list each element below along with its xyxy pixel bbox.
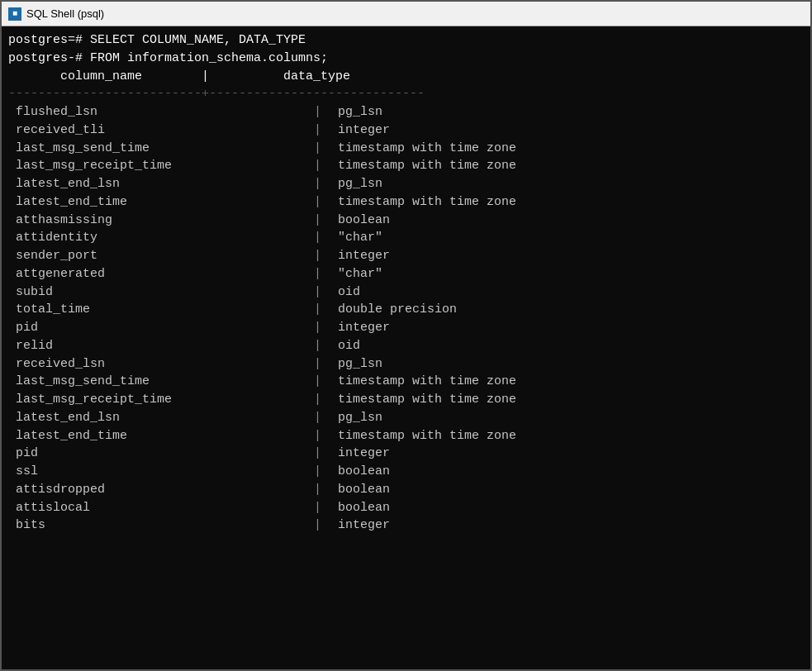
column-separator: | [314, 337, 330, 355]
table-row: received_tli | integer [8, 121, 804, 140]
column-name-cell: last_msg_receipt_time [8, 157, 314, 175]
table-row: received_lsn | pg_lsn [8, 355, 804, 374]
data-type-cell: integer [330, 121, 390, 140]
column-name-cell: total_time [8, 301, 314, 319]
table-row: last_msg_send_time | timestamp with time… [8, 140, 804, 158]
app-icon: ■ [8, 7, 21, 21]
command-line-1: postgres=# SELECT COLUMN_NAME, DATA_TYPE [8, 31, 804, 50]
column-name-cell: flushed_lsn [8, 103, 314, 121]
data-type-cell: pg_lsn [330, 175, 382, 193]
column-name-cell: latest_end_lsn [8, 409, 314, 427]
table-row: attisdropped | boolean [8, 481, 804, 499]
column-separator: | [314, 373, 330, 391]
table-row: last_msg_receipt_time | timestamp with t… [8, 157, 804, 175]
table-row: last_msg_receipt_time | timestamp with t… [8, 391, 804, 409]
column-separator: | [314, 391, 330, 409]
column-name-cell: last_msg_send_time [8, 373, 314, 391]
column-name-cell: attisdropped [8, 481, 314, 499]
title-bar: ■ SQL Shell (psql) [2, 2, 810, 26]
column-separator: | [314, 212, 330, 230]
column-separator: | [314, 265, 330, 283]
data-type-cell: integer [330, 319, 390, 337]
table-row: total_time | double precision [8, 301, 804, 319]
column-separator: | [314, 481, 330, 499]
column-name-cell: latest_end_time [8, 193, 314, 212]
column-separator: | [314, 193, 330, 212]
column-separator: | [314, 355, 330, 374]
column-separator: | [314, 121, 330, 140]
table-row: pid | integer [8, 319, 804, 337]
column-name-cell: last_msg_receipt_time [8, 391, 314, 409]
column-name-cell: pid [8, 319, 314, 337]
table-row: ssl | boolean [8, 463, 804, 481]
column-separator: | [314, 516, 330, 535]
column-separator: | [314, 140, 330, 158]
table-header: column_name | data_type [8, 68, 804, 86]
data-type-cell: integer [330, 516, 390, 535]
table-row: sender_port | integer [8, 247, 804, 265]
command-line-2: postgres-# FROM information_schema.colum… [8, 50, 804, 68]
column-separator: | [314, 103, 330, 121]
table-row: attidentity | "char" [8, 229, 804, 247]
table-row: latest_end_lsn | pg_lsn [8, 409, 804, 427]
column-separator: | [314, 319, 330, 337]
column-separator: | [314, 247, 330, 265]
data-type-cell: timestamp with time zone [330, 157, 516, 175]
table-row: attgenerated | "char" [8, 265, 804, 283]
data-type-cell: timestamp with time zone [330, 373, 516, 391]
data-type-cell: boolean [330, 481, 390, 499]
column-separator: | [314, 301, 330, 319]
column-name-cell: ssl [8, 463, 314, 481]
column-separator: | [314, 463, 330, 481]
column-name-cell: pid [8, 445, 314, 463]
data-type-cell: oid [330, 337, 360, 355]
data-table: flushed_lsn | pg_lsn received_tli | inte… [8, 103, 804, 535]
column-name-cell: relid [8, 337, 314, 355]
data-type-cell: "char" [330, 229, 382, 247]
data-type-cell: timestamp with time zone [330, 427, 516, 445]
table-row: latest_end_time | timestamp with time zo… [8, 193, 804, 212]
data-type-cell: timestamp with time zone [330, 391, 516, 409]
table-row: subid | oid [8, 283, 804, 302]
table-row: attislocal | boolean [8, 499, 804, 517]
column-separator: | [314, 175, 330, 193]
data-type-cell: "char" [330, 265, 382, 283]
data-type-cell: oid [330, 283, 360, 302]
terminal-output[interactable]: postgres=# SELECT COLUMN_NAME, DATA_TYPE… [2, 26, 810, 669]
column-separator: | [314, 445, 330, 463]
column-separator: | [314, 157, 330, 175]
column-name-cell: atthasmissing [8, 212, 314, 230]
table-row: pid | integer [8, 445, 804, 463]
data-type-cell: integer [330, 445, 390, 463]
data-type-cell: boolean [330, 212, 390, 230]
column-name-cell: latest_end_time [8, 427, 314, 445]
table-row: flushed_lsn | pg_lsn [8, 103, 804, 121]
table-row: relid | oid [8, 337, 804, 355]
data-type-cell: pg_lsn [330, 409, 382, 427]
table-row: last_msg_send_time | timestamp with time… [8, 373, 804, 391]
data-type-cell: boolean [330, 463, 390, 481]
column-separator: | [314, 499, 330, 517]
column-name-cell: bits [8, 516, 314, 535]
column-name-cell: attgenerated [8, 265, 314, 283]
column-name-cell: subid [8, 283, 314, 302]
window-title: SQL Shell (psql) [26, 7, 104, 20]
column-name-cell: attislocal [8, 499, 314, 517]
column-name-cell: received_tli [8, 121, 314, 140]
table-separator: --------------------------+-------------… [8, 85, 804, 103]
data-type-cell: boolean [330, 499, 390, 517]
column-name-cell: attidentity [8, 229, 314, 247]
table-row: latest_end_lsn | pg_lsn [8, 175, 804, 193]
data-type-cell: pg_lsn [330, 103, 382, 121]
table-row: latest_end_time | timestamp with time zo… [8, 427, 804, 445]
column-name-cell: sender_port [8, 247, 314, 265]
column-name-cell: received_lsn [8, 355, 314, 374]
column-separator: | [314, 427, 330, 445]
column-name-cell: last_msg_send_time [8, 140, 314, 158]
column-name-cell: latest_end_lsn [8, 175, 314, 193]
data-type-cell: integer [330, 247, 390, 265]
sql-shell-window: ■ SQL Shell (psql) postgres=# SELECT COL… [0, 0, 812, 671]
column-separator: | [314, 409, 330, 427]
column-separator: | [314, 229, 330, 247]
data-type-cell: timestamp with time zone [330, 193, 516, 212]
